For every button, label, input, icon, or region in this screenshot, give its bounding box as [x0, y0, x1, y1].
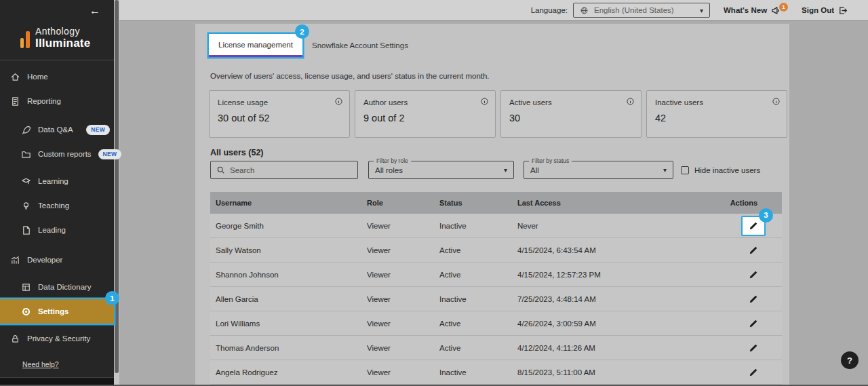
hide-inactive-label: Hide inactive users: [694, 166, 760, 174]
sidebar-item-label: Custom reports: [38, 150, 92, 158]
cell-last-access: 8/15/2023, 5:11:00 AM: [512, 368, 696, 377]
scrollbar-thumb[interactable]: [115, 0, 119, 373]
globe-icon: [580, 6, 589, 15]
new-badge: NEW: [98, 149, 122, 159]
cell-role: Viewer: [361, 295, 434, 303]
search-input[interactable]: [230, 166, 352, 174]
cell-role: Viewer: [361, 246, 434, 254]
edit-user-button[interactable]: [741, 313, 766, 334]
cell-actions: [696, 338, 782, 358]
info-icon[interactable]: [334, 96, 343, 109]
sidebar-item-label: Settings: [38, 307, 68, 315]
table-row: Shannon Johnson Viewer Active 4/15/2024,…: [210, 263, 782, 287]
cell-actions: [696, 289, 782, 309]
cell-role: Viewer: [361, 271, 434, 279]
card-license-usage: License usage 30 out of 52: [209, 90, 350, 138]
learning-icon: [20, 176, 31, 187]
cell-role: Viewer: [361, 368, 434, 377]
cell-role: Viewer: [361, 320, 434, 328]
sidebar: ← Anthology Illuminate Home Reporting Da…: [0, 0, 114, 386]
sidebar-item-label: Teaching: [38, 201, 69, 210]
edit-user-button[interactable]: [741, 289, 766, 309]
cell-actions: [696, 265, 782, 285]
tab-snowflake-account-settings[interactable]: Snowflake Account Settings: [302, 34, 418, 57]
sign-out-button[interactable]: Sign Out: [802, 5, 848, 16]
hide-inactive-checkbox[interactable]: [681, 166, 689, 174]
card-inactive-users: Inactive users 42: [646, 90, 787, 138]
sidebar-item-data-qa[interactable]: Data Q&A NEW: [0, 117, 114, 142]
page-description: Overview of users' access, license usage…: [210, 72, 490, 80]
anthology-illuminate-logo: Anthology Illuminate: [20, 26, 90, 50]
data-dictionary-icon: [20, 282, 31, 292]
sidebar-footer: [0, 377, 114, 386]
edit-user-button[interactable]: 3: [741, 216, 766, 236]
sidebar-item-learning[interactable]: Learning: [0, 169, 114, 193]
cell-username: George Smith: [210, 222, 361, 230]
info-icon[interactable]: [626, 96, 635, 109]
pencil-icon: [749, 368, 758, 377]
info-icon[interactable]: [480, 96, 489, 109]
reporting-icon: [9, 96, 20, 107]
sidebar-item-home[interactable]: Home: [0, 64, 114, 89]
filter-role-label: Filter by role: [374, 157, 411, 164]
edit-user-button[interactable]: [741, 338, 766, 358]
sidebar-item-settings[interactable]: Settings 1: [0, 299, 114, 324]
cell-status: Active: [434, 320, 512, 328]
card-title: License usage: [218, 98, 341, 107]
help-button[interactable]: ?: [841, 351, 859, 369]
info-icon[interactable]: [772, 96, 781, 109]
sidebar-item-privacy-security[interactable]: Privacy & Security: [0, 326, 114, 351]
app-screen: ← Anthology Illuminate Home Reporting Da…: [0, 0, 868, 386]
brand-bars-icon: [20, 31, 30, 50]
cell-actions: 3: [696, 216, 782, 236]
teaching-icon: [20, 200, 31, 211]
filter-status-value: All: [530, 166, 539, 174]
sidebar-item-developer[interactable]: Developer: [0, 248, 114, 272]
cell-username: Allen Garcia: [210, 295, 361, 303]
cell-status: Active: [434, 344, 512, 352]
edit-user-button[interactable]: [741, 362, 766, 383]
sidebar-item-reporting[interactable]: Reporting: [0, 89, 114, 113]
whats-new-button[interactable]: What's New 1: [724, 5, 788, 16]
developer-icon: [9, 254, 20, 265]
cell-status: Inactive: [434, 368, 512, 377]
language-select[interactable]: English (United States) ▾: [573, 3, 710, 18]
need-help-link[interactable]: Need help?: [22, 360, 59, 368]
cell-status: Inactive: [434, 295, 512, 303]
cell-username: Lori Williams: [210, 320, 361, 328]
leading-icon: [20, 225, 31, 235]
cell-actions: [696, 313, 782, 334]
cell-username: Shannon Johnson: [210, 271, 361, 279]
pencil-icon: [749, 319, 758, 328]
column-header-status: Status: [434, 199, 512, 207]
filter-by-status-select[interactable]: Filter by status All ▾: [524, 161, 673, 179]
main-area: Language: English (United States) ▾ What…: [119, 0, 868, 386]
pencil-icon: [749, 294, 758, 304]
chevron-down-icon: ▾: [504, 166, 507, 174]
sidebar-item-leading[interactable]: Leading: [0, 218, 114, 242]
sidebar-item-data-dictionary[interactable]: Data Dictionary: [0, 275, 114, 299]
hide-inactive-users-control: Hide inactive users: [681, 161, 760, 179]
tab-label: License management: [218, 41, 293, 49]
sidebar-item-label: Learning: [38, 177, 68, 185]
tab-license-management[interactable]: License management 2: [209, 34, 302, 57]
sidebar-item-custom-reports[interactable]: Custom reports NEW: [0, 142, 114, 166]
sign-out-label: Sign Out: [802, 6, 834, 14]
whats-new-badge: 1: [779, 3, 788, 12]
edit-user-button[interactable]: [741, 265, 766, 285]
cell-status: Active: [434, 271, 512, 279]
card-title: Inactive users: [655, 98, 778, 107]
chevron-down-icon: ▾: [663, 166, 667, 174]
sidebar-nav: Home Reporting Data Q&A NEW Custom repor…: [0, 60, 114, 370]
table-row: Sally Watson Viewer Active 4/15/2024, 6:…: [210, 238, 782, 263]
sidebar-item-teaching[interactable]: Teaching: [0, 193, 114, 218]
cell-role: Viewer: [361, 344, 434, 352]
edit-user-button[interactable]: [741, 240, 766, 260]
topbar: Language: English (United States) ▾ What…: [119, 0, 868, 21]
sidebar-item-label: Privacy & Security: [27, 334, 90, 343]
cell-last-access: 4/26/2024, 3:00:59 AM: [512, 320, 696, 328]
filter-by-role-select[interactable]: Filter by role All roles ▾: [368, 161, 514, 179]
collapse-sidebar-icon[interactable]: ←: [90, 5, 100, 17]
table-row: Angela Rodriguez Viewer Inactive 8/15/20…: [210, 360, 782, 385]
table-row: George Smith Viewer Inactive Never 3: [210, 214, 782, 238]
